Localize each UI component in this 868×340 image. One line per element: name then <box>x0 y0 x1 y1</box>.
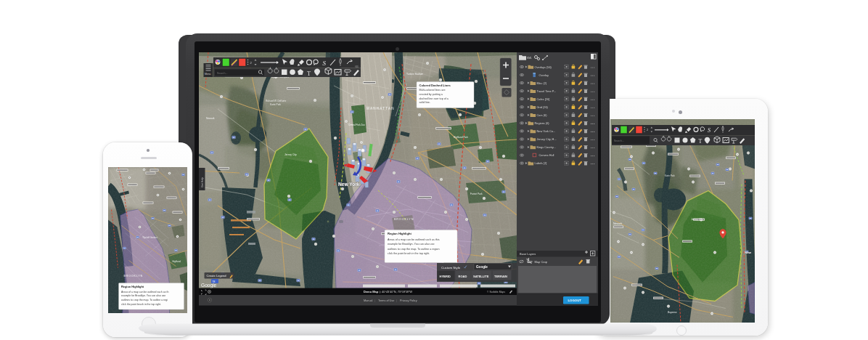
svg-text:Map Crop: Map Crop <box>535 260 548 264</box>
svg-text:Search...: Search... <box>614 139 624 142</box>
svg-text:Get Help: Get Help <box>201 177 204 187</box>
svg-text:LOGOUT: LOGOUT <box>568 299 582 302</box>
svg-text:© Scribble Maps: © Scribble Maps <box>487 291 505 294</box>
svg-text:Demo Map: Demo Map <box>364 290 379 294</box>
svg-text:Cars (6): Cars (6) <box>537 113 548 117</box>
svg-text:Overlays (56): Overlays (56) <box>535 65 552 69</box>
svg-text:Multi-colored lines are: Multi-colored lines are <box>419 89 446 92</box>
svg-text:SATELLITE: SATELLITE <box>473 275 489 278</box>
svg-text:Menu: Menu <box>205 73 211 76</box>
svg-text:◇ 40°43'40"N, 73°59'59"W: ◇ 40°43'40"N, 73°59'59"W <box>379 290 412 294</box>
svg-text:example for Brooklyn. You can: example for Brooklyn. You can also use <box>121 294 165 297</box>
svg-text:Labels [2]: Labels [2] <box>535 161 547 165</box>
svg-text:click the paint brush in the t: click the paint brush in the top right. <box>121 302 161 305</box>
svg-text:|: | <box>374 299 375 302</box>
svg-text:Region Highlight: Region Highlight <box>121 284 144 288</box>
svg-text:T: T <box>699 137 703 144</box>
svg-text:Region Highlight: Region Highlight <box>388 232 412 235</box>
svg-text:Google: Google <box>476 265 488 269</box>
svg-text:2: 2 <box>647 129 648 131</box>
svg-text:Areas of a map can be outlined: Areas of a map can be outlined such as t… <box>388 238 440 241</box>
svg-text:Kings County...: Kings County... <box>537 145 556 149</box>
svg-text:Cafes [20]: Cafes [20] <box>537 97 550 101</box>
svg-text:Jersey City, H...: Jersey City, H... <box>537 137 557 141</box>
svg-text:|: | <box>396 299 397 302</box>
svg-text:New York Co...: New York Co... <box>537 129 556 133</box>
svg-text:Privacy Policy: Privacy Policy <box>400 299 417 302</box>
svg-text:S: S <box>323 60 327 67</box>
svg-text:Create Legend: Create Legend <box>207 274 227 278</box>
svg-text:Misc (2): Misc (2) <box>537 81 548 85</box>
svg-text:outlines to crop the map. To o: outlines to crop the map. To outline a r… <box>121 299 168 301</box>
svg-text:T: T <box>307 70 311 77</box>
svg-text:Terms of Use: Terms of Use <box>378 299 394 302</box>
svg-text:example for Brooklyn. You can: example for Brooklyn. You can also use <box>388 243 435 246</box>
svg-text:outlines to crop the map. To o: outlines to crop the map. To outline a r… <box>388 248 439 251</box>
svg-text:solid line.: solid line. <box>419 101 430 104</box>
svg-text:TERRAIN: TERRAIN <box>494 275 507 278</box>
svg-text:Manual: Manual <box>364 299 373 302</box>
svg-text:HYBRID: HYBRID <box>440 275 451 278</box>
svg-text:click the paint brush in the t: click the paint brush in the top right. <box>388 252 430 255</box>
svg-text:Base Layers: Base Layers <box>520 252 536 256</box>
svg-text:Convex Hull: Convex Hull <box>539 153 554 157</box>
svg-text:Search...: Search... <box>217 72 227 75</box>
svg-text:KBD: KBD <box>355 65 359 68</box>
svg-text:Areas of a map can be outlined: Areas of a map can be outlined such as t… <box>121 290 168 293</box>
svg-text:78: 78 <box>213 280 216 283</box>
svg-text:dashed line over top of a: dashed line over top of a <box>419 97 449 100</box>
svg-text:Regions (6): Regions (6) <box>535 121 550 125</box>
svg-text:KML: KML <box>527 57 532 60</box>
svg-text:Grid (26): Grid (26) <box>537 105 549 109</box>
svg-text:Custom Style: Custom Style <box>441 266 461 270</box>
svg-text:S: S <box>708 126 711 133</box>
svg-text:Travel Time P...: Travel Time P... <box>537 89 557 93</box>
svg-text:ROAD: ROAD <box>459 275 467 278</box>
svg-text:created by putting a: created by putting a <box>419 93 443 96</box>
svg-text:Overlay: Overlay <box>539 73 549 77</box>
svg-text:Colored Dashed Lines: Colored Dashed Lines <box>419 84 451 87</box>
